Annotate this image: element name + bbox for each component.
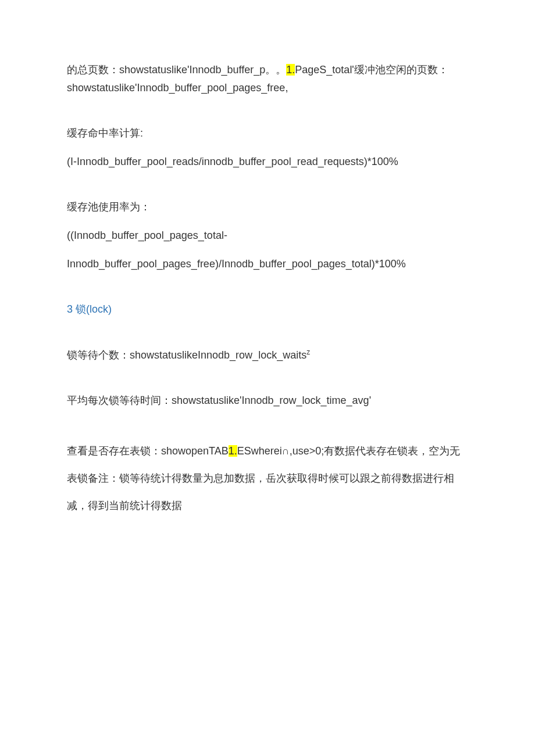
paragraph-hitrate-label: 缓存命中率计算: bbox=[67, 124, 468, 142]
text-part1: 的总页数：showstatuslike'Innodb_buffer_p。。 bbox=[67, 64, 286, 76]
highlight-1: 1. bbox=[286, 64, 295, 76]
paragraph-table-lock: 查看是否存在表锁：showopenTAB1.ESwherei∩,use>0;有数… bbox=[67, 438, 468, 519]
superscript-z: z bbox=[306, 348, 310, 356]
text-lock-waits: 锁等待个数：showstatuslikeInnodb_row_lock_wait… bbox=[67, 349, 306, 361]
paragraph-usage-formula-1: ((Innodb_buffer_pool_pages_total- bbox=[67, 227, 468, 245]
paragraph-usage-label: 缓存池使用率为： bbox=[67, 198, 468, 216]
paragraph-lock-time-avg: 平均每次锁等待时间：showstatuslike'Innodb_row_lock… bbox=[67, 392, 468, 410]
paragraph-hitrate-formula: (I-Innodb_buffer_pool_reads/innodb_buffe… bbox=[67, 153, 468, 171]
paragraph-lock-waits: 锁等待个数：showstatuslikeInnodb_row_lock_wait… bbox=[67, 346, 468, 364]
highlight-2: 1. bbox=[229, 445, 237, 457]
document-page: 的总页数：showstatuslike'Innodb_buffer_p。。1.P… bbox=[0, 0, 535, 582]
paragraph-usage-formula-2: Innodb_buffer_pool_pages_free)/Innodb_bu… bbox=[67, 255, 468, 273]
paragraph-total-pages: 的总页数：showstatuslike'Innodb_buffer_p。。1.P… bbox=[67, 61, 468, 96]
section-heading-lock: 3 锁(lock) bbox=[67, 300, 468, 318]
text-tablelock-part1: 查看是否存在表锁：showopenTAB bbox=[67, 445, 229, 457]
